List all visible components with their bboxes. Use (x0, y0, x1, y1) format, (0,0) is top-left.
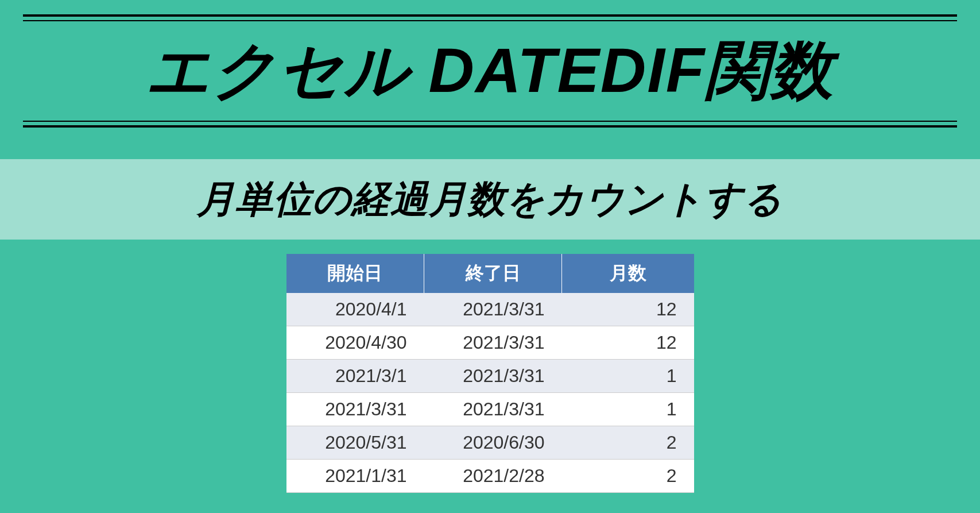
header-start: 開始日 (286, 254, 424, 293)
table-row: 2020/5/31 2020/6/30 2 (286, 426, 694, 460)
header-end: 終了日 (424, 254, 562, 293)
main-title: エクセル DATEDIF関数 (23, 17, 957, 125)
cell-end: 2021/3/31 (424, 293, 562, 326)
cell-months: 2 (562, 460, 694, 493)
cell-start: 2020/5/31 (286, 426, 424, 460)
table-row: 2021/3/31 2021/3/31 1 (286, 393, 694, 426)
table-row: 2021/3/1 2021/3/31 1 (286, 360, 694, 393)
title-section: エクセル DATEDIF関数 (0, 0, 980, 128)
table-section: 開始日 終了日 月数 2020/4/1 2021/3/31 12 2020/4/… (0, 254, 980, 493)
cell-months: 1 (562, 360, 694, 393)
subtitle-section: 月単位の経過月数をカウントする (0, 159, 980, 240)
cell-end: 2021/3/31 (424, 326, 562, 360)
cell-start: 2021/3/31 (286, 393, 424, 426)
cell-months: 12 (562, 293, 694, 326)
title-bar: エクセル DATEDIF関数 (23, 14, 957, 128)
cell-start: 2020/4/1 (286, 293, 424, 326)
data-table: 開始日 終了日 月数 2020/4/1 2021/3/31 12 2020/4/… (286, 254, 694, 493)
cell-months: 12 (562, 326, 694, 360)
table-body: 2020/4/1 2021/3/31 12 2020/4/30 2021/3/3… (286, 293, 694, 493)
cell-start: 2021/3/1 (286, 360, 424, 393)
cell-start: 2021/1/31 (286, 460, 424, 493)
cell-start: 2020/4/30 (286, 326, 424, 360)
subtitle: 月単位の経過月数をカウントする (0, 173, 980, 225)
table-row: 2020/4/30 2021/3/31 12 (286, 326, 694, 360)
header-months: 月数 (562, 254, 694, 293)
cell-end: 2020/6/30 (424, 426, 562, 460)
cell-months: 1 (562, 393, 694, 426)
cell-end: 2021/2/28 (424, 460, 562, 493)
table-header-row: 開始日 終了日 月数 (286, 254, 694, 293)
cell-end: 2021/3/31 (424, 393, 562, 426)
cell-end: 2021/3/31 (424, 360, 562, 393)
table-row: 2020/4/1 2021/3/31 12 (286, 293, 694, 326)
table-row: 2021/1/31 2021/2/28 2 (286, 460, 694, 493)
cell-months: 2 (562, 426, 694, 460)
